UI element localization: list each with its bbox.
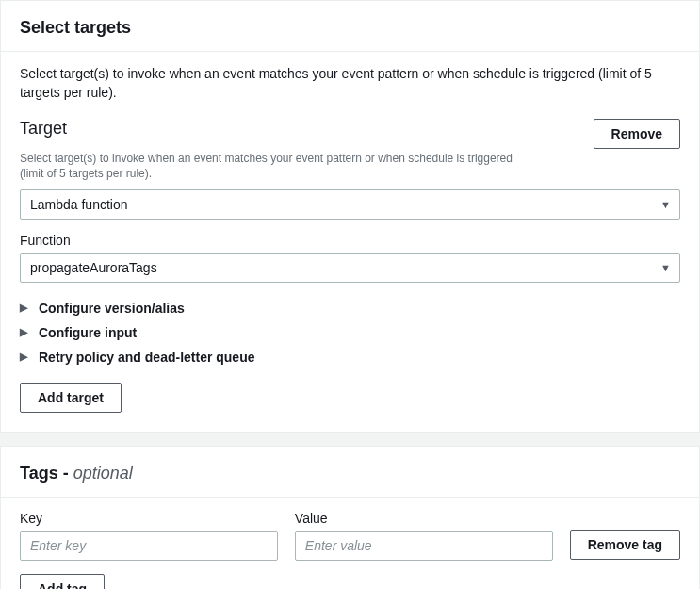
chevron-right-icon: ▶ — [20, 326, 29, 338]
tag-key-input[interactable] — [20, 531, 278, 561]
tag-action-col: Remove tag — [570, 511, 680, 560]
target-type-select-wrapper: Lambda function ▼ — [20, 189, 680, 220]
tag-key-col: Key — [20, 511, 278, 561]
target-type-select[interactable]: Lambda function — [20, 189, 680, 220]
tags-title: Tags - optional — [20, 464, 680, 483]
function-select-wrapper: propagateAuroraTags ▼ — [20, 253, 680, 283]
select-targets-header: Select targets — [1, 1, 699, 52]
target-helper-text: Select target(s) to invoke when an event… — [20, 151, 529, 181]
expand-configure-input[interactable]: ▶ Configure input — [20, 320, 680, 345]
spacer — [570, 511, 680, 530]
select-targets-title: Select targets — [20, 18, 680, 38]
target-type-value: Lambda function — [30, 197, 128, 212]
function-label: Function — [20, 233, 680, 248]
add-target-button[interactable]: Add target — [20, 383, 122, 413]
expandable-group: ▶ Configure version/alias ▶ Configure in… — [20, 296, 680, 369]
chevron-right-icon: ▶ — [20, 302, 29, 314]
tags-header: Tags - optional — [1, 447, 699, 498]
tag-value-label: Value — [295, 511, 553, 526]
target-label: Target — [20, 119, 67, 139]
tag-value-col: Value — [295, 511, 553, 561]
expand-configure-version-label: Configure version/alias — [39, 301, 185, 316]
tag-value-input[interactable] — [295, 531, 553, 561]
target-label-wrap: Target — [20, 119, 67, 139]
expand-configure-version[interactable]: ▶ Configure version/alias — [20, 296, 680, 320]
tags-panel: Tags - optional Key Value Remove tag Add… — [0, 446, 700, 589]
expand-configure-input-label: Configure input — [39, 325, 137, 340]
select-targets-panel: Select targets Select target(s) to invok… — [0, 0, 700, 433]
select-targets-intro: Select target(s) to invoke when an event… — [20, 65, 680, 102]
select-targets-body: Select target(s) to invoke when an event… — [1, 52, 699, 432]
tags-title-text: Tags - — [20, 464, 73, 483]
function-select[interactable]: propagateAuroraTags — [20, 253, 680, 283]
tag-row: Key Value Remove tag — [20, 511, 680, 561]
expand-retry-policy[interactable]: ▶ Retry policy and dead-letter queue — [20, 345, 680, 369]
add-tag-button[interactable]: Add tag — [20, 574, 105, 589]
remove-target-button[interactable]: Remove — [594, 119, 680, 149]
remove-tag-button[interactable]: Remove tag — [570, 530, 680, 560]
expand-retry-policy-label: Retry policy and dead-letter queue — [39, 350, 255, 365]
chevron-right-icon: ▶ — [20, 351, 29, 363]
tags-body: Key Value Remove tag Add tag — [1, 498, 699, 589]
target-header-row: Target Remove — [20, 119, 680, 149]
function-value: propagateAuroraTags — [30, 260, 157, 275]
tags-title-optional: optional — [73, 464, 133, 483]
tag-key-label: Key — [20, 511, 278, 526]
